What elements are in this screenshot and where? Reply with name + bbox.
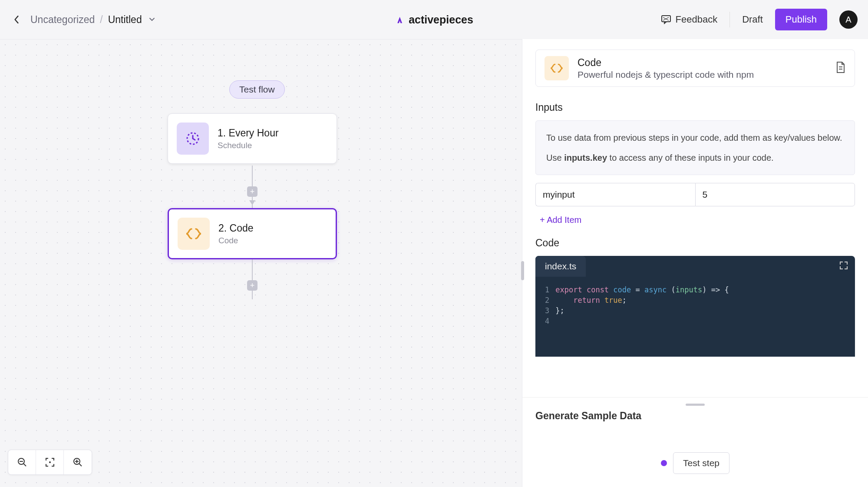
status-dot-icon <box>661 460 667 466</box>
input-value-field[interactable] <box>695 183 855 206</box>
step-header: Code Powerful nodejs & typescript code w… <box>535 50 855 87</box>
node-title: 2. Code <box>218 222 254 234</box>
code-body[interactable]: 1 2 3 4 export const code = async (input… <box>535 277 855 334</box>
publish-button[interactable]: Publish <box>775 9 827 30</box>
trigger-node[interactable]: 1. Every Hour Schedule <box>168 113 337 164</box>
back-button[interactable] <box>10 13 23 26</box>
code-file-tab[interactable]: index.ts <box>535 256 586 277</box>
feedback-label: Feedback <box>676 14 718 25</box>
panel-resize-handle[interactable] <box>521 261 524 280</box>
step-description: Powerful nodejs & typescript code with n… <box>578 70 827 80</box>
info-line-2: Use inputs.key to access any of these in… <box>546 151 844 164</box>
brand: activepieces <box>395 13 473 26</box>
svg-line-7 <box>79 464 82 466</box>
code-label: Code <box>535 237 855 249</box>
fit-view-button[interactable] <box>36 450 64 474</box>
header-right: Feedback Draft Publish A <box>661 9 858 30</box>
connector <box>252 259 253 299</box>
document-icon <box>835 61 846 73</box>
code-node[interactable]: 2. Code Code <box>168 208 337 259</box>
node-title: 1. Every Hour <box>218 127 279 139</box>
node-subtitle: Code <box>218 236 254 245</box>
flow-canvas[interactable]: Test flow 1. Every Hour Schedule + 2. Co… <box>0 39 522 487</box>
step-header-text: Code Powerful nodejs & typescript code w… <box>578 57 827 80</box>
header: Uncategorized / Untitled activepieces Fe… <box>0 0 868 39</box>
expand-icon <box>839 261 848 270</box>
code-line: }; <box>555 305 729 316</box>
zoom-in-icon <box>72 457 83 468</box>
add-step-button[interactable]: + <box>247 280 257 291</box>
divider <box>729 12 730 27</box>
code-line: export const code = async (inputs) => { <box>555 285 729 295</box>
generate-label: Generate Sample Data <box>535 410 855 422</box>
code-editor[interactable]: index.ts 1 2 3 4 export const code = asy… <box>535 256 855 357</box>
breadcrumb-separator: / <box>100 14 102 26</box>
breadcrumb-category[interactable]: Uncategorized <box>30 14 95 26</box>
input-kv-row <box>535 183 855 206</box>
zoom-out-button[interactable] <box>8 450 36 474</box>
node-subtitle: Schedule <box>218 141 279 150</box>
test-step-row: Test step <box>535 452 855 474</box>
chevron-left-icon <box>14 16 19 23</box>
inputs-info: To use data from previous steps in your … <box>535 120 855 175</box>
breadcrumb: Uncategorized / Untitled <box>30 14 155 26</box>
inputs-label: Inputs <box>535 102 855 113</box>
vertical-resize-handle[interactable] <box>686 404 705 406</box>
input-key-field[interactable] <box>535 183 695 206</box>
feedback-button[interactable]: Feedback <box>661 14 718 25</box>
zoom-in-button[interactable] <box>64 450 92 474</box>
logo-icon <box>395 15 404 24</box>
arrow-icon <box>249 200 255 205</box>
code-icon <box>545 56 569 80</box>
chevron-down-icon[interactable] <box>149 16 155 23</box>
brand-name: activepieces <box>409 13 473 26</box>
code-icon <box>178 218 210 250</box>
step-settings-panel: Code Powerful nodejs & typescript code w… <box>522 39 868 487</box>
step-title: Code <box>578 57 827 69</box>
add-step-button[interactable]: + <box>247 186 257 197</box>
code-line <box>555 316 729 326</box>
expand-editor-button[interactable] <box>839 261 848 272</box>
zoom-controls <box>8 450 92 475</box>
test-step-button[interactable]: Test step <box>673 452 729 474</box>
flow-title[interactable]: Untitled <box>108 14 142 26</box>
feedback-icon <box>661 15 671 24</box>
info-line-1: To use data from previous steps in your … <box>546 131 844 144</box>
node-text: 1. Every Hour Schedule <box>218 127 279 150</box>
fit-view-icon <box>44 457 56 468</box>
panel-scroll: Code Powerful nodejs & typescript code w… <box>522 39 868 397</box>
svg-point-5 <box>49 461 51 463</box>
sample-data-section: Generate Sample Data Test step <box>522 397 868 487</box>
svg-line-3 <box>23 464 26 466</box>
main: Test flow 1. Every Hour Schedule + 2. Co… <box>0 39 868 487</box>
test-flow-button[interactable]: Test flow <box>229 80 285 99</box>
node-text: 2. Code Code <box>218 222 254 245</box>
docs-button[interactable] <box>835 61 846 75</box>
add-item-button[interactable]: + Add Item <box>535 212 586 228</box>
header-left: Uncategorized / Untitled <box>10 13 661 26</box>
avatar[interactable]: A <box>839 10 858 29</box>
schedule-icon <box>177 123 209 155</box>
zoom-out-icon <box>17 457 28 468</box>
code-line: return true; <box>555 295 729 305</box>
code-lines: export const code = async (inputs) => { … <box>555 285 729 326</box>
gutter: 1 2 3 4 <box>545 285 549 326</box>
draft-status: Draft <box>742 14 763 25</box>
